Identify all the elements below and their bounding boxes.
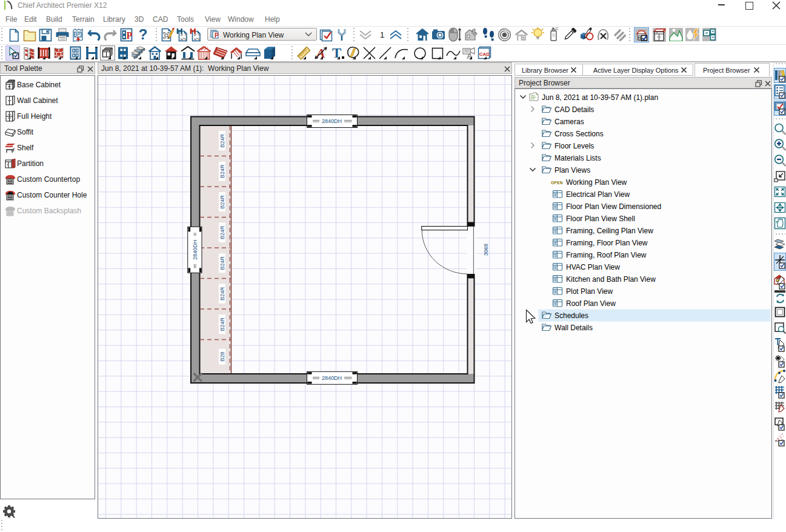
svg-text:B24R: B24R [219,317,225,331]
svg-text:CAD Details: CAD Details [555,105,594,114]
svg-text:B24R: B24R [219,256,225,270]
svg-text:Roof Plan View: Roof Plan View [566,299,616,308]
svg-text:Floor Plan View Shell: Floor Plan View Shell [566,214,635,223]
svg-text:Working Plan View: Working Plan View [566,178,627,187]
svg-text:2840DH: 2840DH [192,240,198,260]
svg-text:OPEN: OPEN [551,181,563,185]
svg-text:Framing, Roof Plan View: Framing, Roof Plan View [566,251,647,259]
svg-text:Framing, Ceiling Plan View: Framing, Ceiling Plan View [566,227,653,235]
svg-text:B24R: B24R [219,287,225,301]
svg-text:P: P [215,32,219,39]
svg-text:Floor Plan View Dimensioned: Floor Plan View Dimensioned [566,202,661,211]
svg-text:2840DH: 2840DH [322,118,342,124]
svg-text:Kitchen and Bath Plan View: Kitchen and Bath Plan View [566,275,656,284]
svg-text:3068: 3068 [483,244,489,256]
svg-text:?: ? [139,27,148,42]
svg-text:A: A [467,52,473,60]
svg-text:Floor Levels: Floor Levels [555,142,594,150]
svg-text:2840DH: 2840DH [322,375,342,381]
svg-text:Plan Views: Plan Views [555,166,590,175]
svg-text:B24R: B24R [219,225,225,239]
svg-text:Jun 8, 2021 at 10-39-57 AM (1): Jun 8, 2021 at 10-39-57 AM (1).plan [542,93,658,102]
svg-text:CAD: CAD [479,52,490,57]
svg-text:T: T [332,46,341,61]
svg-text:B28: B28 [219,351,225,361]
svg-text:Cameras: Cameras [555,118,584,126]
svg-text:Materials Lists: Materials Lists [555,154,601,162]
svg-text:Schedules: Schedules [555,311,588,320]
svg-text:Framing, Floor Plan View: Framing, Floor Plan View [566,239,648,247]
svg-text:Wall Details: Wall Details [555,324,593,332]
svg-text:B24R: B24R [219,164,225,178]
svg-text:B24R: B24R [219,195,225,208]
svg-text:P: P [127,30,133,41]
svg-text:HVAC Plan View: HVAC Plan View [566,263,620,271]
svg-text:Plot Plan View: Plot Plan View [566,287,613,296]
svg-text:Electrical Plan View: Electrical Plan View [566,190,630,199]
svg-text:Cross Sections: Cross Sections [555,130,604,138]
svg-text:B24R: B24R [219,133,225,147]
